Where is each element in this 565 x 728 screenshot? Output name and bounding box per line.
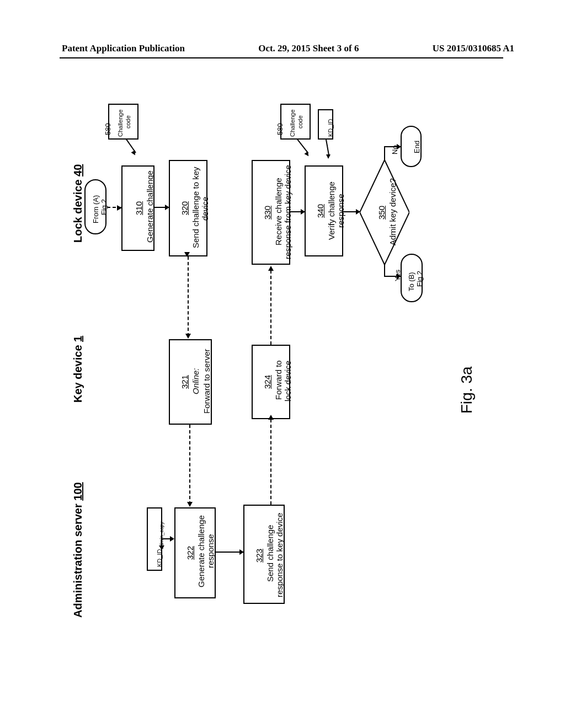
box-330-t1: Receive challenge	[274, 178, 283, 245]
header-left: Patent Application Publication	[62, 43, 185, 54]
page-header: Patent Application Publication Oct. 29, …	[0, 43, 565, 54]
box-323-t2: response to key device	[275, 513, 284, 597]
dash-324-330-head	[268, 266, 274, 271]
arrow-from-a	[107, 207, 121, 208]
dash-320-321-head	[185, 334, 191, 339]
to-b-l1: To (B)	[407, 272, 415, 291]
arrow-330-340	[290, 211, 305, 212]
dash-321-322	[189, 425, 190, 505]
kdid-conn	[326, 140, 329, 156]
yes-v1	[384, 265, 385, 276]
arrow-340-350	[343, 211, 360, 212]
d350-text: Admit key device?	[388, 178, 397, 245]
box-322-t1: Generate challenge	[196, 515, 206, 587]
no-label: No	[391, 145, 399, 154]
dash-323-324-head	[268, 415, 274, 420]
header-rule	[60, 57, 503, 58]
dash-320-321-v	[188, 256, 189, 336]
kdid-head	[326, 154, 331, 159]
box-324-t2: lock device	[283, 361, 292, 402]
figure-label: Fig. 3a	[458, 366, 476, 414]
chal-top-arrowhead	[131, 151, 137, 157]
box-310-text: Generate challenge	[145, 170, 154, 243]
chal-bot-l2: code	[297, 115, 303, 129]
chal-top-l1: Challenge	[117, 109, 124, 137]
kdid-text: KD_ID	[327, 119, 334, 137]
box-320-t1: Send challenge to key	[191, 167, 200, 248]
chal-top-580: 580	[104, 123, 112, 135]
box-323-num: 323	[254, 549, 264, 563]
to-b-l2: Fig 2	[415, 271, 424, 287]
box-340-num: 340	[316, 204, 325, 218]
header-right: US 2015/0310685 A1	[433, 43, 514, 54]
box-324-num: 324	[263, 375, 272, 389]
box-322-num: 322	[185, 546, 195, 560]
box-321-num: 321	[180, 375, 189, 389]
box-320-t2: device	[200, 197, 210, 221]
kdid-admin-text: KD_IDadmin_copy	[156, 522, 164, 567]
box-324-t1: Forward to	[274, 360, 283, 400]
end-text: End	[413, 141, 421, 153]
box-310-num: 310	[134, 201, 143, 215]
key-column-title: Key device 1	[72, 336, 84, 403]
box-322-t2: response	[206, 534, 215, 568]
arrow-322-323	[216, 552, 243, 553]
dash-323-324	[270, 419, 271, 505]
admin-column-title: Administration server 100	[72, 482, 84, 618]
chal-bot-580: 580	[276, 123, 284, 135]
from-a-line1: From (A)	[92, 195, 100, 223]
dash-324-330	[270, 270, 271, 345]
box-321-text: Forward to server	[202, 349, 211, 414]
chal-bot-head	[304, 151, 310, 157]
header-middle: Oct. 29, 2015 Sheet 3 of 6	[258, 43, 359, 54]
kdid-to-322-head	[170, 536, 174, 542]
kdid-admin-arr	[161, 539, 162, 549]
d350-num: 350	[377, 206, 386, 220]
box-323-t1: Send challenge	[265, 525, 275, 582]
chal-top-l2: code	[125, 115, 131, 129]
lock-column-title: Lock device 40	[72, 164, 84, 243]
dash-321-322-head	[187, 502, 193, 507]
no-v1	[384, 146, 385, 160]
chal-bot-l1: Challenge	[289, 109, 296, 137]
figure-3a-diagram: Fig. 3a Administration server 100 Key de…	[60, 83, 503, 634]
arrow-310-320	[154, 207, 169, 208]
box-340-t1: Verify challenge	[327, 181, 336, 240]
box-320-num: 320	[180, 201, 189, 215]
box-330-num: 330	[263, 206, 272, 220]
box-321-online: Online:	[191, 368, 200, 394]
